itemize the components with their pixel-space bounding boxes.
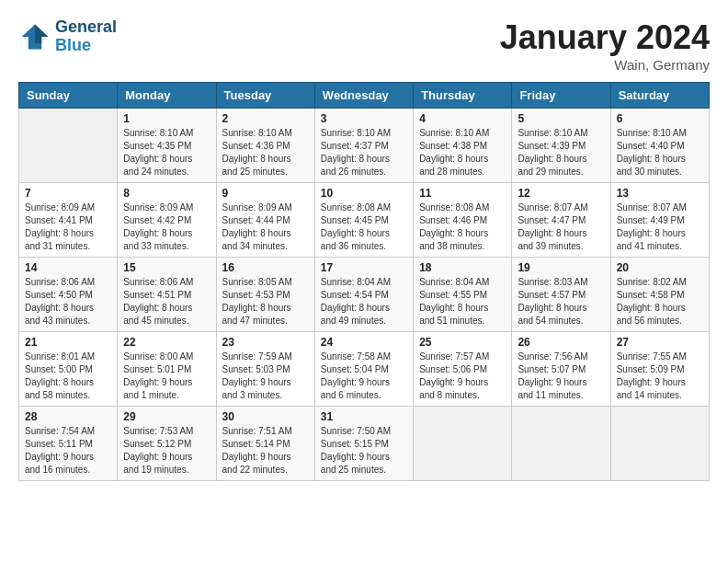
weekday-header-wednesday: Wednesday: [314, 83, 413, 109]
location-subtitle: Wain, Germany: [500, 57, 710, 73]
calendar-cell: 1Sunrise: 8:10 AM Sunset: 4:35 PM Daylig…: [118, 109, 216, 183]
calendar-cell: 7Sunrise: 8:09 AM Sunset: 4:41 PM Daylig…: [19, 183, 118, 258]
calendar-cell: 31Sunrise: 7:50 AM Sunset: 5:15 PM Dayli…: [314, 407, 413, 481]
day-number: 23: [222, 336, 309, 349]
day-number: 1: [123, 112, 210, 125]
day-info: Sunrise: 7:51 AM Sunset: 5:14 PM Dayligh…: [222, 425, 309, 477]
calendar-week-4: 21Sunrise: 8:01 AM Sunset: 5:00 PM Dayli…: [19, 332, 710, 407]
calendar-cell: 25Sunrise: 7:57 AM Sunset: 5:06 PM Dayli…: [414, 332, 512, 407]
logo-line1: General: [55, 18, 117, 37]
logo: General Blue: [18, 18, 117, 55]
day-number: 16: [222, 261, 309, 274]
calendar-cell: 22Sunrise: 8:00 AM Sunset: 5:01 PM Dayli…: [118, 332, 216, 407]
calendar-cell: [610, 407, 709, 481]
weekday-header-monday: Monday: [118, 83, 216, 109]
day-info: Sunrise: 8:00 AM Sunset: 5:01 PM Dayligh…: [123, 350, 210, 402]
calendar-cell: 2Sunrise: 8:10 AM Sunset: 4:36 PM Daylig…: [216, 109, 314, 183]
calendar-cell: 10Sunrise: 8:08 AM Sunset: 4:45 PM Dayli…: [314, 183, 413, 258]
day-number: 25: [419, 336, 506, 349]
calendar-cell: 28Sunrise: 7:54 AM Sunset: 5:11 PM Dayli…: [19, 407, 118, 481]
calendar-cell: 29Sunrise: 7:53 AM Sunset: 5:12 PM Dayli…: [118, 407, 216, 481]
logo-icon: [18, 20, 51, 53]
page-header: General Blue January 2024 Wain, Germany: [18, 18, 710, 73]
day-info: Sunrise: 7:59 AM Sunset: 5:03 PM Dayligh…: [222, 350, 309, 402]
calendar-cell: 11Sunrise: 8:08 AM Sunset: 4:46 PM Dayli…: [414, 183, 512, 258]
day-info: Sunrise: 8:08 AM Sunset: 4:46 PM Dayligh…: [419, 201, 506, 253]
day-number: 13: [617, 187, 703, 200]
day-number: 11: [419, 187, 506, 200]
day-number: 17: [321, 261, 407, 274]
day-info: Sunrise: 8:06 AM Sunset: 4:51 PM Dayligh…: [123, 276, 210, 327]
calendar-cell: 8Sunrise: 8:09 AM Sunset: 4:42 PM Daylig…: [118, 183, 216, 258]
calendar-cell: 15Sunrise: 8:06 AM Sunset: 4:51 PM Dayli…: [118, 258, 216, 332]
day-info: Sunrise: 7:56 AM Sunset: 5:07 PM Dayligh…: [518, 350, 604, 402]
day-number: 31: [321, 410, 407, 423]
day-info: Sunrise: 8:02 AM Sunset: 4:58 PM Dayligh…: [617, 276, 703, 327]
day-info: Sunrise: 8:04 AM Sunset: 4:55 PM Dayligh…: [419, 276, 506, 327]
day-info: Sunrise: 8:10 AM Sunset: 4:36 PM Dayligh…: [222, 127, 309, 178]
day-info: Sunrise: 8:09 AM Sunset: 4:44 PM Dayligh…: [222, 201, 309, 253]
day-info: Sunrise: 8:03 AM Sunset: 4:57 PM Dayligh…: [518, 276, 604, 327]
calendar-cell: [414, 407, 512, 481]
weekday-header-tuesday: Tuesday: [216, 83, 314, 109]
weekday-header-row: SundayMondayTuesdayWednesdayThursdayFrid…: [19, 83, 710, 109]
day-number: 30: [222, 410, 309, 423]
calendar-cell: 27Sunrise: 7:55 AM Sunset: 5:09 PM Dayli…: [610, 332, 709, 407]
day-number: 9: [222, 187, 309, 200]
calendar-cell: 12Sunrise: 8:07 AM Sunset: 4:47 PM Dayli…: [512, 183, 610, 258]
day-info: Sunrise: 8:01 AM Sunset: 5:00 PM Dayligh…: [25, 350, 111, 402]
day-info: Sunrise: 8:10 AM Sunset: 4:39 PM Dayligh…: [518, 127, 604, 178]
weekday-header-sunday: Sunday: [19, 83, 118, 109]
weekday-header-saturday: Saturday: [610, 83, 709, 109]
day-info: Sunrise: 8:08 AM Sunset: 4:45 PM Dayligh…: [321, 201, 407, 253]
calendar-cell: 21Sunrise: 8:01 AM Sunset: 5:00 PM Dayli…: [19, 332, 118, 407]
day-number: 18: [419, 261, 506, 274]
day-number: 29: [123, 410, 210, 423]
weekday-header-thursday: Thursday: [414, 83, 512, 109]
day-info: Sunrise: 8:10 AM Sunset: 4:35 PM Dayligh…: [123, 127, 210, 178]
calendar-cell: 9Sunrise: 8:09 AM Sunset: 4:44 PM Daylig…: [216, 183, 314, 258]
calendar-cell: 20Sunrise: 8:02 AM Sunset: 4:58 PM Dayli…: [610, 258, 709, 332]
day-info: Sunrise: 8:09 AM Sunset: 4:41 PM Dayligh…: [25, 201, 111, 253]
weekday-header-friday: Friday: [512, 83, 610, 109]
calendar-cell: 24Sunrise: 7:58 AM Sunset: 5:04 PM Dayli…: [314, 332, 413, 407]
calendar-cell: 3Sunrise: 8:10 AM Sunset: 4:37 PM Daylig…: [314, 109, 413, 183]
day-info: Sunrise: 8:07 AM Sunset: 4:47 PM Dayligh…: [518, 201, 604, 253]
day-info: Sunrise: 8:10 AM Sunset: 4:40 PM Dayligh…: [617, 127, 703, 178]
day-info: Sunrise: 8:06 AM Sunset: 4:50 PM Dayligh…: [25, 276, 111, 327]
calendar-cell: 18Sunrise: 8:04 AM Sunset: 4:55 PM Dayli…: [414, 258, 512, 332]
day-info: Sunrise: 8:05 AM Sunset: 4:53 PM Dayligh…: [222, 276, 309, 327]
calendar-header: SundayMondayTuesdayWednesdayThursdayFrid…: [19, 83, 710, 109]
calendar-cell: 19Sunrise: 8:03 AM Sunset: 4:57 PM Dayli…: [512, 258, 610, 332]
day-number: 10: [321, 187, 407, 200]
day-info: Sunrise: 7:50 AM Sunset: 5:15 PM Dayligh…: [321, 425, 407, 477]
day-number: 5: [518, 112, 604, 125]
day-info: Sunrise: 7:55 AM Sunset: 5:09 PM Dayligh…: [617, 350, 703, 402]
calendar-cell: 17Sunrise: 8:04 AM Sunset: 4:54 PM Dayli…: [314, 258, 413, 332]
day-info: Sunrise: 7:58 AM Sunset: 5:04 PM Dayligh…: [321, 350, 407, 402]
day-number: 8: [123, 187, 210, 200]
day-info: Sunrise: 8:10 AM Sunset: 4:38 PM Dayligh…: [419, 127, 506, 178]
day-number: 6: [617, 112, 703, 125]
calendar-cell: 23Sunrise: 7:59 AM Sunset: 5:03 PM Dayli…: [216, 332, 314, 407]
calendar-week-1: 1Sunrise: 8:10 AM Sunset: 4:35 PM Daylig…: [19, 109, 710, 183]
day-number: 3: [321, 112, 407, 125]
calendar-cell: 4Sunrise: 8:10 AM Sunset: 4:38 PM Daylig…: [414, 109, 512, 183]
day-info: Sunrise: 7:57 AM Sunset: 5:06 PM Dayligh…: [419, 350, 506, 402]
calendar-cell: 13Sunrise: 8:07 AM Sunset: 4:49 PM Dayli…: [610, 183, 709, 258]
day-number: 27: [617, 336, 703, 349]
calendar-week-3: 14Sunrise: 8:06 AM Sunset: 4:50 PM Dayli…: [19, 258, 710, 332]
day-number: 14: [25, 261, 111, 274]
day-info: Sunrise: 7:54 AM Sunset: 5:11 PM Dayligh…: [25, 425, 111, 477]
calendar-week-5: 28Sunrise: 7:54 AM Sunset: 5:11 PM Dayli…: [19, 407, 710, 481]
calendar-week-2: 7Sunrise: 8:09 AM Sunset: 4:41 PM Daylig…: [19, 183, 710, 258]
calendar-cell: [19, 109, 118, 183]
day-info: Sunrise: 8:09 AM Sunset: 4:42 PM Dayligh…: [123, 201, 210, 253]
day-number: 26: [518, 336, 604, 349]
day-number: 2: [222, 112, 309, 125]
day-info: Sunrise: 7:53 AM Sunset: 5:12 PM Dayligh…: [123, 425, 210, 477]
day-number: 4: [419, 112, 506, 125]
title-block: January 2024 Wain, Germany: [500, 18, 710, 73]
calendar-cell: 5Sunrise: 8:10 AM Sunset: 4:39 PM Daylig…: [512, 109, 610, 183]
svg-marker-1: [35, 24, 48, 43]
